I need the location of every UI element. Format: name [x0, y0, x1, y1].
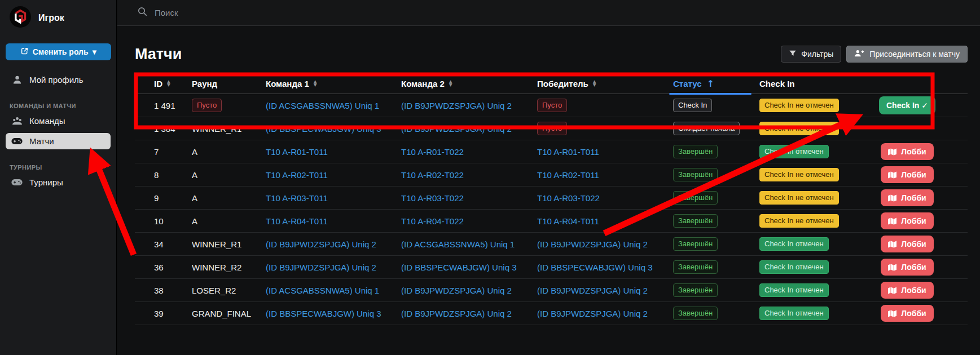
team2-link[interactable]: (ID B9JPWDZSPJGA) Uniq 2 [401, 309, 512, 318]
checkin-status-badge: Check In не отмечен [759, 191, 839, 205]
team1-link[interactable]: T10 A-R01-T011 [266, 147, 328, 157]
topbar [117, 0, 980, 26]
sidebar-item-matches[interactable]: Матчи [6, 133, 111, 149]
lobby-button[interactable]: Лобби [881, 282, 933, 299]
match-table-body: 1 491Пусто(ID ACSGABSSNWA5) Uniq 1(ID B9… [135, 94, 968, 325]
join-match-button[interactable]: Присоединиться к матчу [846, 46, 968, 63]
map-icon [888, 171, 896, 179]
winner-link[interactable]: (ID B9JPWDZSPJGA) Uniq 2 [537, 239, 648, 249]
lobby-button[interactable]: Лобби [881, 212, 933, 229]
lobby-button[interactable]: Лобби [881, 143, 933, 160]
round-cell: A [192, 170, 266, 180]
checkin-status-badge: Check In отмечен [759, 260, 829, 274]
status-cell: Завершён [670, 260, 757, 274]
lobby-button[interactable]: Лобби [881, 305, 933, 322]
team2-link[interactable]: T10 A-R04-T022 [401, 216, 464, 226]
column-header-label: Check In [759, 79, 795, 88]
checkin-cell: Check In отмечен [757, 237, 847, 251]
status-cell: Завершён [670, 237, 757, 251]
match-id-cell: 36 [135, 263, 192, 272]
team2-link[interactable]: T10 A-R03-T022 [401, 193, 464, 203]
checkin-cell: Check In не отмечен [757, 168, 847, 181]
round-cell: WINNER_R2 [192, 263, 266, 272]
action-cell: Check In ✓ [847, 96, 968, 114]
team2-link[interactable]: (ID B9JPWDZSPJGA) Uniq 2 [401, 286, 512, 295]
team1-link[interactable]: T10 A-R04-T011 [266, 216, 328, 226]
checkin-status-badge: Check In отмечен [759, 145, 829, 158]
winner-link[interactable]: (ID B9JPWDZSPJGA) Uniq 2 [537, 309, 648, 318]
sidebar-item-teams[interactable]: Команды [6, 113, 111, 129]
match-id-cell: 1 491 [135, 101, 192, 110]
checkin-cell: Check In отмечен [757, 145, 847, 158]
status-badge: Завершён [673, 237, 718, 251]
sidebar-item-tournaments[interactable]: Турниры [6, 174, 111, 190]
sidebar-item-profile[interactable]: Мой профиль [6, 72, 111, 88]
team2-cell: (ID B9JPWDZSPJGA) Uniq 2 [401, 286, 537, 295]
team1-link[interactable]: (ID BBSPECWABJGW) Uniq 3 [266, 124, 381, 134]
team1-link[interactable]: (ID ACSGABSSNWA5) Uniq 1 [266, 101, 379, 110]
winner-link[interactable]: T10 A-R01-T011 [537, 147, 599, 157]
team2-link[interactable]: T10 A-R02-T022 [401, 170, 464, 180]
winner-cell: T10 A-R04-T011 [537, 216, 670, 226]
external-link-icon [20, 47, 29, 57]
status-badge: Завершён [673, 191, 718, 205]
team1-link[interactable]: T10 A-R02-T011 [266, 170, 328, 180]
status-badge: Завершён [673, 168, 718, 181]
team1-cell: (ID B9JPWDZSPJGA) Uniq 2 [266, 239, 401, 249]
winner-cell: T10 A-R02-T011 [537, 170, 670, 180]
checkin-button[interactable]: Check In ✓ [879, 96, 935, 114]
status-badge: Ожидает начала [673, 122, 740, 135]
status-badge: Завершён [673, 214, 718, 228]
status-cell: Завершён [670, 307, 757, 320]
app-title: Игрок [38, 13, 64, 23]
team1-link[interactable]: (ID ACSGABSSNWA5) Uniq 1 [266, 286, 379, 295]
column-header-id[interactable]: ID▲▼ [135, 73, 192, 94]
winner-link[interactable]: (ID BBSPECWABJGW) Uniq 3 [537, 263, 652, 272]
team2-link[interactable]: (ID B9JPWDZSPJGA) Uniq 2 [401, 101, 512, 110]
lobby-button[interactable]: Лобби [881, 236, 933, 252]
status-badge: Завершён [673, 145, 718, 158]
team2-link[interactable]: (ID ACSGABSSNWA5) Uniq 1 [401, 239, 515, 249]
sort-icon: ▲▼ [314, 80, 317, 86]
lobby-label: Лобби [901, 216, 926, 225]
team2-link[interactable]: (ID BBSPECWABJGW) Uniq 3 [401, 263, 516, 272]
winner-cell: (ID B9JPWDZSPJGA) Uniq 2 [537, 239, 670, 249]
winner-cell: (ID B9JPWDZSPJGA) Uniq 2 [537, 309, 670, 318]
map-icon [888, 241, 896, 248]
lobby-button[interactable]: Лобби [881, 189, 933, 206]
lobby-label: Лобби [901, 286, 926, 295]
checkin-status-badge: Check In не отмечен [759, 168, 839, 181]
column-header-team2[interactable]: Команда 2▲▼ [401, 73, 537, 94]
winner-link[interactable]: T10 A-R03-T022 [537, 193, 600, 203]
column-header-label: Команда 2 [401, 79, 445, 88]
lobby-button[interactable]: Лобби [881, 166, 933, 183]
winner-link[interactable]: (ID B9JPWDZSPJGA) Uniq 2 [537, 286, 648, 295]
winner-link[interactable]: T10 A-R02-T011 [537, 170, 599, 180]
column-header-winner[interactable]: Победитель▲▼ [537, 73, 670, 94]
sidebar-item-label: Мой профиль [29, 75, 84, 85]
column-header-status[interactable]: Статус↑ [670, 73, 757, 94]
team1-link[interactable]: (ID BBSPECWABJGW) Uniq 3 [266, 309, 381, 318]
sort-icon: ▲▼ [449, 80, 452, 86]
team1-link[interactable]: (ID B9JPWDZSPJGA) Uniq 2 [266, 239, 376, 249]
team1-cell: T10 A-R03-T011 [266, 193, 401, 203]
column-header-team1[interactable]: Команда 1▲▼ [266, 73, 401, 94]
search-icon [138, 7, 147, 19]
team2-cell: (ID ACSGABSSNWA5) Uniq 1 [401, 239, 537, 249]
action-cell: Лобби [847, 305, 968, 322]
team1-link[interactable]: T10 A-R03-T011 [266, 193, 328, 203]
gamepad-icon [11, 137, 23, 145]
team2-link[interactable]: (ID B9JPWDZSPJGA) Uniq 2 [401, 124, 512, 134]
search-input[interactable] [155, 8, 380, 17]
app-logo [10, 6, 31, 30]
winner-link[interactable]: T10 A-R04-T011 [537, 216, 599, 226]
map-icon [888, 194, 896, 202]
lobby-button[interactable]: Лобби [881, 259, 933, 276]
checkin-status-badge: Check In отмечен [759, 283, 829, 297]
filters-button[interactable]: Фильтры [781, 46, 841, 63]
team1-link[interactable]: (ID B9JPWDZSPJGA) Uniq 2 [266, 263, 376, 272]
match-id-cell: 9 [135, 193, 192, 203]
team2-link[interactable]: T10 A-R01-T022 [401, 147, 464, 157]
change-role-button[interactable]: Сменить роль ▼ [6, 43, 111, 60]
person-plus-icon [854, 49, 864, 59]
